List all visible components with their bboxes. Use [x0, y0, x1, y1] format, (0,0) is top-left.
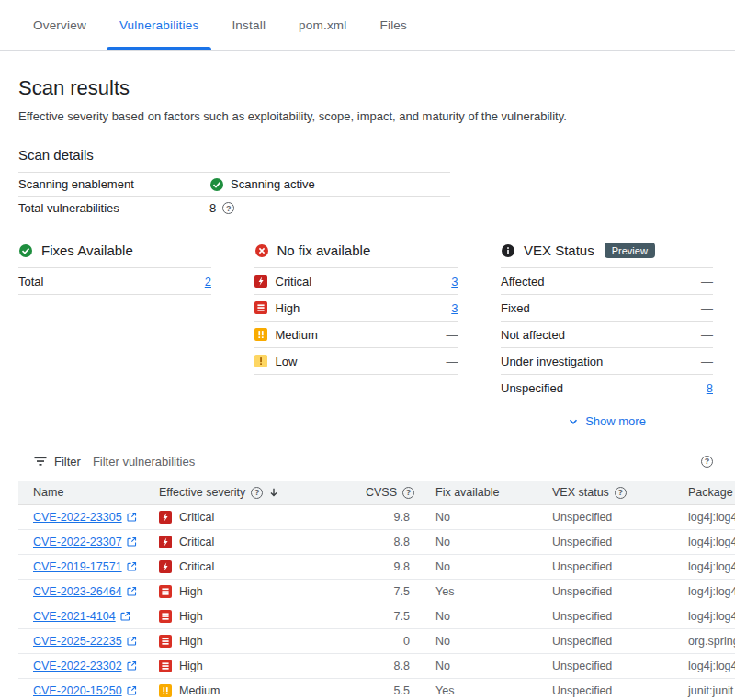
package-cell: log4j:log4j: [688, 579, 735, 604]
check-circle-icon: [209, 177, 224, 192]
vex-row-label: Under investigation: [501, 355, 603, 368]
card-row: Not affected—: [501, 321, 713, 347]
column-header-sev[interactable]: Effective severity: [159, 481, 366, 504]
filter-button[interactable]: Filter: [33, 454, 81, 469]
card-title: Fixes Available: [41, 243, 133, 258]
column-header-label: Effective severity: [159, 486, 245, 499]
vulnerability-table: NameEffective severityCVSSFix availableV…: [18, 481, 735, 700]
cve-link[interactable]: CVE-2022-23305: [33, 511, 137, 524]
package-cell: org.springframework: [688, 628, 735, 653]
chevron-down-icon: [568, 416, 579, 427]
count-link[interactable]: 3: [451, 275, 458, 288]
severity-cell: High: [159, 628, 366, 653]
name-cell: CVE-2023-26464: [18, 579, 159, 604]
help-icon[interactable]: [251, 487, 263, 499]
severity-row-label: Low: [254, 355, 298, 368]
page-title: Scan results: [18, 76, 713, 100]
total-vulnerabilities-count: 8: [209, 201, 216, 215]
help-icon[interactable]: [701, 456, 713, 468]
column-header-name[interactable]: Name: [18, 481, 159, 504]
severity-name: High: [276, 301, 300, 315]
severity-name: Critical: [179, 511, 214, 524]
column-header-fix[interactable]: Fix available: [435, 481, 552, 504]
no-fix-card: No fix available Critical3High3Medium—Lo…: [254, 243, 458, 428]
table-row: CVE-2022-23307Critical8.8NoUnspecifiedlo…: [18, 529, 735, 554]
vex-row-label: Not affected: [501, 328, 565, 342]
vex-status-cell: Unspecified: [552, 628, 688, 653]
table-row: CVE-2023-26464High7.5YesUnspecifiedlog4j…: [18, 579, 735, 604]
name-cell: CVE-2022-23305: [18, 504, 159, 529]
sort-descending-icon[interactable]: [268, 487, 279, 498]
vex-status-cell: Unspecified: [552, 579, 688, 604]
show-more-label: Show more: [585, 414, 646, 428]
column-header-label: Fix available: [435, 486, 499, 499]
severity-content: Critical: [159, 536, 366, 548]
fix-available-cell: No: [435, 554, 552, 579]
check-circle-icon: [18, 243, 33, 258]
external-link-icon: [127, 561, 137, 571]
table-row: CVE-2020-15250Medium5.5YesUnspecifiedjun…: [18, 678, 735, 700]
severity-name: Low: [276, 355, 298, 368]
count-link[interactable]: 8: [707, 381, 713, 395]
cvss-cell: 9.8: [366, 504, 435, 529]
severity-row-label: Medium: [254, 328, 318, 342]
help-icon[interactable]: [615, 487, 627, 499]
help-icon[interactable]: [402, 487, 414, 499]
severity-cell: Critical: [159, 554, 366, 579]
external-link-icon: [127, 512, 137, 522]
help-icon[interactable]: [222, 202, 234, 214]
card-row: High3: [254, 294, 458, 321]
cve-link[interactable]: CVE-2019-17571: [33, 560, 137, 573]
page-subtitle: Effective severity based on factors such…: [18, 109, 713, 123]
tab-pom-xml[interactable]: pom.xml: [282, 0, 363, 50]
fix-available-cell: No: [435, 604, 552, 628]
tab-install[interactable]: Install: [215, 0, 282, 50]
empty-value: —: [701, 301, 713, 315]
severity-row-label: High: [254, 301, 300, 315]
column-header-label: CVSS: [366, 486, 397, 499]
tab-vulnerabilities[interactable]: Vulnerabilities: [103, 0, 216, 50]
cve-link[interactable]: CVE-2022-23307: [33, 536, 137, 548]
package-cell: log4j:log4j: [688, 529, 735, 554]
severity-content: High: [159, 635, 366, 648]
fix-available-cell: No: [435, 504, 552, 529]
severity-name: Medium: [276, 328, 318, 342]
column-header-pkg[interactable]: Package: [688, 481, 735, 504]
main-content: Scan results Effective severity based on…: [0, 76, 735, 476]
tab-overview[interactable]: Overview: [17, 0, 103, 50]
cve-link[interactable]: CVE-2020-15250: [33, 684, 137, 697]
vex-status-cell: Unspecified: [552, 604, 688, 628]
cve-link[interactable]: CVE-2022-23302: [33, 660, 137, 672]
tab-files[interactable]: Files: [364, 0, 424, 50]
critical-severity-icon: [159, 560, 172, 573]
column-header-vex[interactable]: VEX status: [552, 481, 688, 504]
filter-input[interactable]: [93, 455, 701, 469]
column-header-cvss[interactable]: CVSS: [366, 481, 435, 504]
count-link[interactable]: 2: [205, 275, 211, 288]
severity-name: Critical: [179, 560, 214, 573]
severity-cell: Critical: [159, 529, 366, 554]
severity-cell: Critical: [159, 504, 366, 529]
card-row: Medium—: [254, 321, 458, 347]
cvss-cell: 7.5: [366, 604, 435, 628]
cve-link[interactable]: CVE-2021-4104: [33, 610, 130, 623]
severity-row-label: Critical: [254, 275, 312, 288]
name-cell: CVE-2022-23307: [18, 529, 159, 554]
cvss-cell: 5.5: [366, 678, 435, 700]
severity-cell: Medium: [159, 678, 366, 700]
card-row: Unspecified8: [501, 374, 713, 401]
package-cell: log4j:log4j: [688, 554, 735, 579]
cve-link[interactable]: CVE-2023-26464: [33, 585, 137, 598]
package-cell: log4j:log4j: [688, 504, 735, 529]
table-row: CVE-2022-23302High8.8NoUnspecifiedlog4j:…: [18, 653, 735, 678]
cvss-cell: 0: [366, 628, 435, 653]
external-link-icon: [127, 636, 137, 646]
cve-link[interactable]: CVE-2025-22235: [33, 635, 137, 648]
severity-content: High: [159, 585, 366, 598]
table-row: CVE-2022-23305Critical9.8NoUnspecifiedlo…: [18, 504, 735, 529]
count-link[interactable]: 3: [451, 301, 458, 315]
card-row: Affected—: [501, 267, 713, 294]
empty-value: —: [701, 275, 713, 288]
show-more-button[interactable]: Show more: [501, 414, 713, 428]
table-header-row: NameEffective severityCVSSFix availableV…: [18, 481, 735, 504]
